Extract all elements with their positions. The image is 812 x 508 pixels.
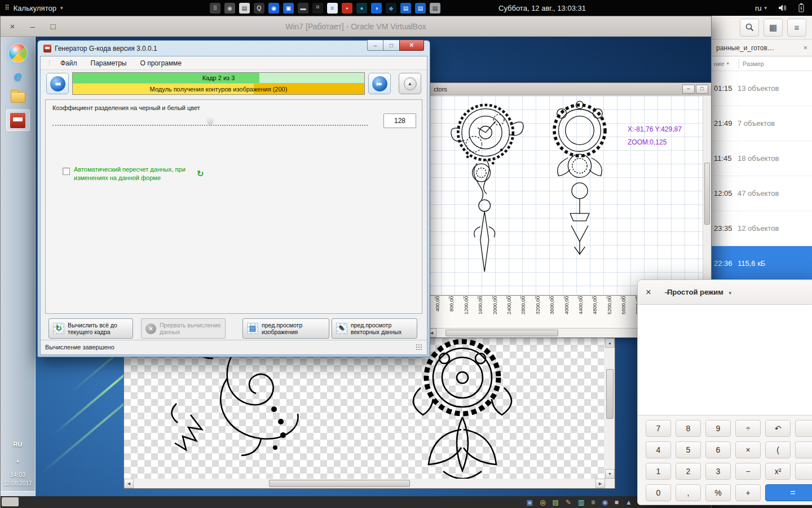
search-button[interactable] bbox=[740, 19, 759, 37]
calc-key-2[interactable]: 2 bbox=[676, 463, 701, 480]
slider-thumb[interactable] bbox=[207, 116, 214, 126]
scrollbar-thumb[interactable] bbox=[606, 369, 614, 419]
scroll-right-icon[interactable]: ▶ bbox=[595, 479, 605, 488]
explorer-folder-icon[interactable] bbox=[11, 92, 25, 103]
gcode-maximize-button[interactable]: □ bbox=[383, 40, 399, 51]
file-row[interactable]: 11:4518 объектов bbox=[712, 141, 812, 176]
calc-key-cutoff[interactable] bbox=[795, 420, 812, 437]
calc-key-÷[interactable]: ÷ bbox=[735, 420, 761, 437]
tab-close-icon[interactable]: × bbox=[803, 43, 807, 52]
vbox-status-icon[interactable]: ▣ bbox=[527, 498, 533, 506]
vbox-status-icon[interactable]: ▤ bbox=[553, 498, 559, 506]
vector-vertical-scrollbar[interactable] bbox=[703, 96, 711, 295]
tray-icon[interactable]: Q bbox=[254, 3, 264, 14]
calculate-all-button[interactable]: ↻ Вычислить всё до текущего кадра bbox=[48, 318, 133, 339]
vbox-status-icon[interactable]: ◎ bbox=[540, 498, 545, 506]
gcode-minimize-button[interactable]: – bbox=[367, 40, 383, 51]
tray-icon[interactable]: ▪ bbox=[342, 3, 352, 14]
scrollbar-thumb[interactable] bbox=[445, 330, 558, 336]
eject-button[interactable]: ▲ bbox=[399, 73, 421, 94]
battery-icon[interactable] bbox=[798, 3, 804, 12]
internet-explorer-icon[interactable]: e bbox=[14, 68, 21, 84]
column-header-size[interactable]: Размер bbox=[739, 60, 764, 67]
vbox-status-icon[interactable]: ◉ bbox=[602, 498, 607, 506]
calc-key-cutoff[interactable] bbox=[795, 463, 812, 480]
tray-icon[interactable]: ⠛ bbox=[312, 3, 323, 14]
next-frame-button[interactable]: ▶▶ bbox=[368, 73, 391, 94]
calc-key-3[interactable]: 3 bbox=[705, 463, 731, 480]
threshold-value-box[interactable]: 128 bbox=[383, 113, 416, 128]
tray-icon[interactable]: ◉ bbox=[268, 3, 279, 14]
tray-icon[interactable]: ▤ bbox=[430, 3, 440, 14]
preview-vectors-button[interactable]: ✎ пред.просмотр векторных данных bbox=[332, 318, 417, 339]
gcode-taskbar-button[interactable] bbox=[6, 110, 30, 131]
start-button[interactable] bbox=[8, 43, 28, 63]
hidden-icons-chevron[interactable]: ▴ bbox=[16, 458, 19, 463]
calc-mode-selector[interactable]: Простой режим ▾ bbox=[638, 288, 761, 296]
calc-key-↶[interactable]: ↶ bbox=[765, 420, 791, 437]
app-menu[interactable]: ⠿ Калькулятор ▾ bbox=[5, 0, 63, 16]
column-header-modified[interactable]: ние ▼ bbox=[712, 60, 739, 67]
vbox-status-icon[interactable]: ✎ bbox=[566, 498, 571, 506]
scrollbar-thumb[interactable] bbox=[269, 480, 410, 487]
clock-menu[interactable]: Суббота, 12 авг., 13:03:31 bbox=[498, 0, 586, 16]
tray-icon[interactable]: ▬ bbox=[298, 3, 308, 14]
tray-icon[interactable]: ◆ bbox=[386, 3, 396, 14]
menu-about[interactable]: О программе bbox=[140, 59, 181, 67]
calc-key-%[interactable]: % bbox=[705, 484, 731, 501]
calc-key-4[interactable]: 4 bbox=[646, 441, 671, 458]
file-row[interactable]: 21:497 объектов bbox=[712, 106, 812, 141]
preview-horizontal-scrollbar[interactable]: ◀ ▶ bbox=[124, 479, 605, 488]
calc-key-,[interactable]: , bbox=[676, 484, 701, 501]
autocalc-checkbox[interactable] bbox=[63, 168, 70, 175]
view-grid-button[interactable]: ▦ bbox=[764, 19, 783, 37]
vbox-status-icon[interactable]: ≡ bbox=[591, 498, 595, 506]
vbox-status-icon[interactable]: ▥ bbox=[578, 498, 584, 506]
tray-icon[interactable]: ▤ bbox=[239, 3, 250, 14]
menu-button[interactable]: ≡ bbox=[787, 19, 806, 37]
tray-icon[interactable]: ▤ bbox=[400, 3, 411, 14]
calc-key-0[interactable]: 0 bbox=[646, 484, 671, 501]
scroll-up-icon[interactable]: ▲ bbox=[605, 338, 615, 348]
calc-key-9[interactable]: 9 bbox=[705, 420, 731, 437]
tray-icon[interactable]: ◑ bbox=[371, 3, 382, 14]
file-row[interactable]: 01:1513 объектов bbox=[712, 71, 812, 106]
calc-key-cutoff[interactable] bbox=[795, 441, 812, 458]
calc-key-x²[interactable]: x² bbox=[765, 463, 791, 480]
calc-key-([interactable]: ( bbox=[765, 441, 791, 458]
tray-icon[interactable]: ≡ bbox=[327, 3, 338, 14]
calc-display[interactable] bbox=[638, 305, 812, 415]
tray-icon[interactable]: ⠿ bbox=[210, 3, 220, 14]
file-row[interactable]: 12:0547 объектов bbox=[712, 176, 812, 211]
vector-minimize-icon[interactable]: – bbox=[682, 85, 695, 94]
vector-canvas[interactable]: X:-81,76 Y:429,87 ZOOM:0,125 bbox=[427, 96, 711, 295]
scroll-down-icon[interactable]: ▼ bbox=[605, 469, 615, 479]
tray-icon[interactable]: ● bbox=[356, 3, 367, 14]
calc-key-8[interactable]: 8 bbox=[676, 420, 701, 437]
file-row[interactable]: 23:3512 объектов bbox=[712, 211, 812, 246]
calc-key-−[interactable]: − bbox=[735, 463, 761, 480]
gcode-close-button[interactable]: × bbox=[399, 40, 424, 51]
preview-vertical-scrollbar[interactable]: ▲ ▼ bbox=[605, 338, 615, 479]
scroll-left-icon[interactable]: ◀ bbox=[124, 479, 134, 488]
calc-key-5[interactable]: 5 bbox=[676, 441, 701, 458]
tab-scanned-folder[interactable]: ранные_и_готов… × bbox=[712, 40, 812, 56]
calc-key-1[interactable]: 1 bbox=[646, 463, 671, 480]
keyboard-layout-indicator[interactable]: ru ▾ bbox=[755, 4, 767, 12]
tray-icon[interactable]: ▤ bbox=[415, 3, 426, 14]
taskbar-clock-date[interactable]: 12.08.2017 bbox=[3, 480, 32, 487]
threshold-slider[interactable] bbox=[52, 117, 368, 126]
equals-button[interactable]: = bbox=[765, 484, 812, 501]
preview-image-button[interactable]: ▤ пред.просмотр изображения bbox=[242, 318, 329, 339]
tray-icon[interactable]: ▣ bbox=[283, 3, 294, 14]
system-status-area[interactable]: ru ▾ bbox=[755, 0, 804, 16]
volume-icon[interactable] bbox=[778, 4, 787, 12]
calc-key-7[interactable]: 7 bbox=[646, 420, 671, 437]
resize-grip[interactable] bbox=[416, 344, 422, 351]
previous-frame-button[interactable]: ◀◀ bbox=[46, 73, 69, 94]
tray-icon[interactable]: ◉ bbox=[224, 3, 235, 14]
vbox-status-icon[interactable]: ▲ bbox=[625, 498, 632, 506]
scrollbar-thumb[interactable] bbox=[704, 163, 710, 225]
menu-parameters[interactable]: Параметры bbox=[91, 59, 127, 67]
show-desktop-button[interactable] bbox=[1, 491, 35, 496]
